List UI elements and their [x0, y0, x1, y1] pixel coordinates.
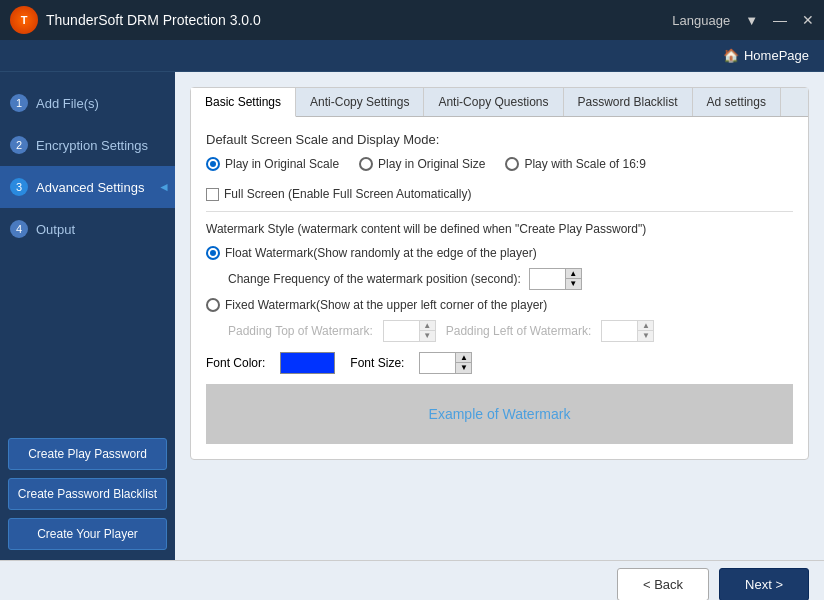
watermark-title: Watermark Style (watermark content will … — [206, 222, 793, 236]
fixed-watermark-radio-btn[interactable] — [206, 298, 220, 312]
float-watermark-radio-btn[interactable] — [206, 246, 220, 260]
sidebar-num-4: 4 — [10, 220, 28, 238]
frequency-spinner-btns: ▲ ▼ — [565, 269, 581, 289]
padding-left-spinner-btns: ▲ ▼ — [637, 321, 653, 341]
content-panel: Basic Settings Anti-Copy Settings Anti-C… — [190, 87, 809, 460]
sidebar-item-encryption-settings[interactable]: 2 Encryption Settings — [0, 124, 175, 166]
padding-top-label: Padding Top of Watermark: — [228, 324, 373, 338]
radio-original-scale-btn[interactable] — [206, 157, 220, 171]
font-color-picker[interactable] — [280, 352, 335, 374]
padding-left-label: Padding Left of Watermark: — [446, 324, 592, 338]
sidebar-num-1: 1 — [10, 94, 28, 112]
fixed-watermark-radio-row[interactable]: Fixed Watermark(Show at the upper left c… — [206, 298, 793, 312]
float-watermark-sub: Change Frequency of the watermark positi… — [228, 268, 793, 290]
watermark-preview-text: Example of Watermark — [429, 406, 571, 422]
padding-left-up-btn[interactable]: ▲ — [637, 321, 653, 331]
back-button[interactable]: < Back — [617, 568, 709, 600]
radio-scale-16-9-btn[interactable] — [505, 157, 519, 171]
frequency-spinner[interactable]: 10 ▲ ▼ — [529, 268, 582, 290]
padding-top-spinner[interactable]: 15 ▲ ▼ — [383, 320, 436, 342]
padding-row: Padding Top of Watermark: 15 ▲ ▼ Padding… — [228, 320, 793, 342]
main-layout: 1 Add File(s) 2 Encryption Settings 3 Ad… — [0, 72, 824, 560]
font-size-label: Font Size: — [350, 356, 404, 370]
create-password-blacklist-button[interactable]: Create Password Blacklist — [8, 478, 167, 510]
divider-1 — [206, 211, 793, 212]
tab-anti-copy-settings-label: Anti-Copy Settings — [310, 95, 409, 109]
tab-password-blacklist-label: Password Blacklist — [578, 95, 678, 109]
sidebar-item-add-files[interactable]: 1 Add File(s) — [0, 82, 175, 124]
titlebar-controls: Language ▼ — ✕ — [672, 12, 814, 28]
homebar: 🏠 HomePage — [0, 40, 824, 72]
float-watermark-label: Float Watermark(Show randomly at the edg… — [225, 246, 537, 260]
radio-scale-16-9-label: Play with Scale of 16:9 — [524, 157, 645, 171]
screen-scale-radio-group: Play in Original Scale Play in Original … — [206, 157, 793, 179]
padding-top-up-btn[interactable]: ▲ — [419, 321, 435, 331]
padding-top-spinner-btns: ▲ ▼ — [419, 321, 435, 341]
font-size-down-btn[interactable]: ▼ — [455, 363, 471, 373]
homepage-link[interactable]: 🏠 HomePage — [723, 48, 809, 63]
content-area: Basic Settings Anti-Copy Settings Anti-C… — [175, 72, 824, 560]
radio-scale-16-9[interactable]: Play with Scale of 16:9 — [505, 157, 645, 171]
frequency-input[interactable]: 10 — [530, 270, 565, 288]
close-button[interactable]: ✕ — [802, 12, 814, 28]
fullscreen-checkbox-row[interactable]: Full Screen (Enable Full Screen Automati… — [206, 187, 793, 201]
panel-body: Default Screen Scale and Display Mode: P… — [191, 117, 808, 459]
sidebar-action-buttons: Create Play Password Create Password Bla… — [0, 428, 175, 560]
radio-original-size-btn[interactable] — [359, 157, 373, 171]
radio-original-scale[interactable]: Play in Original Scale — [206, 157, 339, 171]
app-logo: T — [10, 6, 38, 34]
font-color-label: Font Color: — [206, 356, 265, 370]
sidebar-label-advanced-settings: Advanced Settings — [36, 180, 144, 195]
font-size-up-btn[interactable]: ▲ — [455, 353, 471, 363]
sidebar-num-2: 2 — [10, 136, 28, 154]
font-size-input[interactable]: 10 — [420, 354, 455, 372]
watermark-preview: Example of Watermark — [206, 384, 793, 444]
font-size-spinner-btns: ▲ ▼ — [455, 353, 471, 373]
language-label[interactable]: Language — [672, 13, 730, 28]
fullscreen-label: Full Screen (Enable Full Screen Automati… — [224, 187, 471, 201]
tab-ad-settings-label: Ad settings — [707, 95, 766, 109]
screen-scale-title: Default Screen Scale and Display Mode: — [206, 132, 793, 147]
radio-original-size-label: Play in Original Size — [378, 157, 485, 171]
next-button[interactable]: Next > — [719, 568, 809, 600]
frequency-up-btn[interactable]: ▲ — [565, 269, 581, 279]
fullscreen-checkbox[interactable] — [206, 188, 219, 201]
font-size-spinner[interactable]: 10 ▲ ▼ — [419, 352, 472, 374]
padding-left-down-btn[interactable]: ▼ — [637, 331, 653, 341]
frequency-down-btn[interactable]: ▼ — [565, 279, 581, 289]
fixed-watermark-option: Fixed Watermark(Show at the upper left c… — [206, 298, 793, 342]
padding-left-spinner[interactable]: 10 ▲ ▼ — [601, 320, 654, 342]
padding-top-down-btn[interactable]: ▼ — [419, 331, 435, 341]
tab-anti-copy-questions-label: Anti-Copy Questions — [438, 95, 548, 109]
bottombar: < Back Next > — [0, 560, 824, 600]
tab-bar: Basic Settings Anti-Copy Settings Anti-C… — [191, 88, 808, 117]
padding-left-input[interactable]: 10 — [602, 322, 637, 340]
create-play-password-button[interactable]: Create Play Password — [8, 438, 167, 470]
tab-anti-copy-settings[interactable]: Anti-Copy Settings — [296, 88, 424, 116]
float-watermark-option: Float Watermark(Show randomly at the edg… — [206, 246, 793, 290]
sidebar-num-3: 3 — [10, 178, 28, 196]
fixed-watermark-label: Fixed Watermark(Show at the upper left c… — [225, 298, 547, 312]
sidebar: 1 Add File(s) 2 Encryption Settings 3 Ad… — [0, 72, 175, 560]
minimize-button[interactable]: — — [773, 12, 787, 28]
radio-original-size[interactable]: Play in Original Size — [359, 157, 485, 171]
tab-password-blacklist[interactable]: Password Blacklist — [564, 88, 693, 116]
sidebar-label-output: Output — [36, 222, 75, 237]
float-watermark-radio-row[interactable]: Float Watermark(Show randomly at the edg… — [206, 246, 793, 260]
font-row: Font Color: Font Size: 10 ▲ ▼ — [206, 352, 793, 374]
homepage-label: HomePage — [744, 48, 809, 63]
tab-anti-copy-questions[interactable]: Anti-Copy Questions — [424, 88, 563, 116]
radio-original-scale-label: Play in Original Scale — [225, 157, 339, 171]
sidebar-item-output[interactable]: 4 Output — [0, 208, 175, 250]
create-your-player-button[interactable]: Create Your Player — [8, 518, 167, 550]
home-icon: 🏠 — [723, 48, 739, 63]
tab-ad-settings[interactable]: Ad settings — [693, 88, 781, 116]
titlebar: T ThunderSoft DRM Protection 3.0.0 Langu… — [0, 0, 824, 40]
sidebar-item-advanced-settings[interactable]: 3 Advanced Settings — [0, 166, 175, 208]
sidebar-label-encryption-settings: Encryption Settings — [36, 138, 148, 153]
language-dropdown-icon[interactable]: ▼ — [745, 13, 758, 28]
app-title: ThunderSoft DRM Protection 3.0.0 — [46, 12, 672, 28]
tab-basic-settings[interactable]: Basic Settings — [191, 88, 296, 117]
sidebar-label-add-files: Add File(s) — [36, 96, 99, 111]
padding-top-input[interactable]: 15 — [384, 322, 419, 340]
